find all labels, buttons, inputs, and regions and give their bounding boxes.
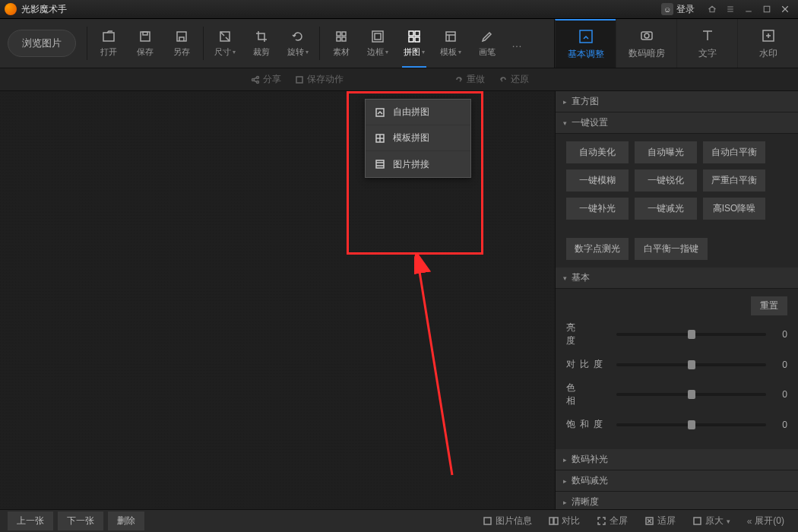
svg-rect-6 — [337, 32, 340, 36]
tool-open[interactable]: 打开 — [90, 19, 127, 68]
annotation-arrow — [414, 255, 460, 483]
expand-button[interactable]: «展开(0) — [747, 515, 784, 527]
tool-crop[interactable]: 裁剪 — [243, 19, 280, 68]
tab-darkroom[interactable]: 数码暗房 — [616, 19, 676, 68]
slider-thumb[interactable] — [688, 360, 695, 369]
slider-thumb[interactable] — [688, 420, 695, 429]
slider-thumb[interactable] — [688, 330, 695, 339]
browse-button[interactable]: 浏览图片 — [8, 30, 76, 57]
tab-watermark[interactable]: 水印 — [737, 19, 798, 68]
home-button[interactable] — [704, 2, 720, 17]
titlebar: 光影魔术手 ☺ 登录 — [0, 0, 798, 19]
compare-button[interactable]: 对比 — [549, 515, 580, 527]
reset-button[interactable]: 重置 — [751, 296, 787, 315]
svg-rect-7 — [342, 32, 346, 36]
orig-button[interactable]: 原大▾ — [692, 515, 730, 527]
section-fill-light[interactable]: ▸数码补光 — [556, 449, 798, 470]
tool-saveas[interactable]: 另存 — [163, 19, 200, 68]
login-button[interactable]: ☺ 登录 — [661, 3, 695, 16]
dropdown-item-free[interactable]: 自由拼图 — [366, 100, 470, 125]
tab-text[interactable]: 文字 — [676, 19, 737, 68]
slider-track[interactable] — [616, 363, 766, 366]
crop-icon — [255, 30, 268, 43]
svg-rect-11 — [375, 33, 381, 40]
tool-brush[interactable]: 画笔 — [469, 19, 505, 68]
svg-point-19 — [644, 33, 649, 38]
next-button[interactable]: 下一张 — [58, 511, 103, 530]
qbtn-blur[interactable]: 一键模糊 — [566, 169, 629, 192]
svg-rect-30 — [549, 518, 553, 524]
svg-rect-4 — [177, 32, 186, 41]
section-clarity[interactable]: ▸清晰度 — [556, 492, 798, 509]
canvas-area[interactable]: 自由拼图 模板拼图 图片拼接 — [0, 91, 555, 509]
tool-border[interactable]: 边框▾ — [359, 19, 396, 68]
qbtn-spot-meter[interactable]: 数字点测光 — [566, 238, 629, 260]
maximize-button[interactable] — [758, 2, 775, 17]
menu-button[interactable] — [722, 2, 739, 17]
dropdown-item-template[interactable]: 模板拼图 — [366, 125, 470, 151]
slider-track[interactable] — [616, 393, 766, 396]
material-icon — [334, 30, 348, 43]
tool-template[interactable]: 模板▾ — [432, 19, 469, 68]
quick-buttons: 自动美化 自动曝光 自动白平衡 一键模糊 一键锐化 严重白平衡 一键补光 一键减… — [556, 134, 798, 268]
tab-basic-adjust[interactable]: 基本调整 — [555, 19, 616, 68]
minimize-button[interactable] — [740, 2, 757, 17]
brush-icon — [480, 30, 494, 43]
fit-button[interactable]: 适屏 — [644, 515, 676, 527]
save-action-button[interactable]: 保存动作 — [295, 73, 344, 86]
svg-rect-33 — [694, 518, 701, 524]
redo-button[interactable]: 重做 — [454, 73, 485, 86]
tool-size[interactable]: 尺寸▾ — [207, 19, 243, 68]
qbtn-auto-wb[interactable]: 自动白平衡 — [703, 141, 765, 163]
share-button[interactable]: 分享 — [251, 73, 281, 86]
qbtn-iso-nr[interactable]: 高ISO降噪 — [703, 198, 765, 220]
statusbar: 上一张 下一张 删除 图片信息 对比 全屏 适屏 原大▾ «展开(0) — [0, 509, 798, 532]
dropdown-item-stitch[interactable]: 图片拼接 — [366, 151, 470, 177]
slider-hue: 色相 0 — [566, 382, 787, 407]
tool-more[interactable]: … — [505, 19, 528, 68]
prev-button[interactable]: 上一张 — [8, 511, 53, 530]
qbtn-auto-exposure[interactable]: 自动曝光 — [635, 141, 697, 163]
qbtn-sharpen[interactable]: 一键锐化 — [635, 169, 697, 192]
secondary-bar: 分享 保存动作 重做 还原 — [0, 68, 798, 91]
collage-dropdown: 自由拼图 模板拼图 图片拼接 — [365, 99, 471, 178]
right-tabs: 基本调整 数码暗房 文字 水印 — [554, 19, 798, 68]
open-icon — [102, 30, 116, 43]
section-quick[interactable]: ▾一键设置 — [556, 112, 798, 134]
qbtn-wb-finger[interactable]: 白平衡一指键 — [635, 238, 708, 260]
qbtn-auto-beautify[interactable]: 自动美化 — [566, 141, 629, 163]
app-logo — [5, 3, 17, 15]
tool-save[interactable]: 保存 — [127, 19, 163, 68]
svg-rect-31 — [554, 518, 558, 524]
qbtn-fill-light[interactable]: 一键补光 — [566, 198, 629, 220]
section-histogram[interactable]: ▸直方图 — [556, 91, 798, 112]
section-reduce-light[interactable]: ▸数码减光 — [556, 470, 798, 492]
svg-rect-10 — [372, 31, 383, 42]
undo-button[interactable]: 还原 — [499, 73, 529, 86]
tool-rotate[interactable]: 旋转▾ — [280, 19, 316, 68]
tool-material[interactable]: 素材 — [323, 19, 359, 68]
slider-saturation: 饱和度 0 — [566, 418, 787, 431]
section-basic[interactable]: ▾基本 — [556, 268, 798, 289]
fullscreen-button[interactable]: 全屏 — [597, 515, 628, 527]
save-icon — [138, 30, 152, 43]
svg-rect-24 — [296, 77, 302, 83]
qbtn-reduce-light[interactable]: 一键减光 — [635, 198, 697, 220]
side-panel: ▸直方图 ▾一键设置 自动美化 自动曝光 自动白平衡 一键模糊 一键锐化 严重白… — [555, 91, 798, 509]
border-icon — [371, 30, 385, 43]
svg-rect-0 — [764, 6, 770, 12]
close-button[interactable] — [777, 2, 793, 17]
tool-collage[interactable]: 拼图▾ — [396, 19, 432, 68]
qbtn-heavy-wb[interactable]: 严重白平衡 — [703, 169, 765, 192]
slider-track[interactable] — [616, 333, 766, 336]
svg-rect-29 — [484, 518, 491, 524]
svg-rect-16 — [446, 32, 455, 41]
slider-track[interactable] — [616, 423, 766, 426]
image-info-button[interactable]: 图片信息 — [483, 515, 532, 527]
slider-thumb[interactable] — [688, 390, 695, 399]
delete-button[interactable]: 删除 — [108, 511, 144, 530]
more-icon: … — [510, 36, 524, 50]
svg-rect-15 — [415, 37, 420, 42]
template-icon — [444, 30, 458, 43]
size-icon — [218, 30, 232, 43]
